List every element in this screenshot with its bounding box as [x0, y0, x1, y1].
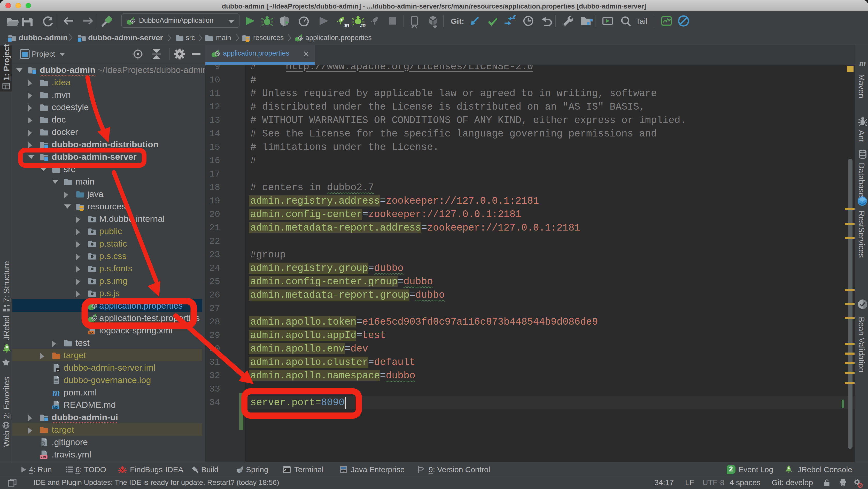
- svg-text:EE: EE: [342, 470, 345, 473]
- svg-text:JR: JR: [344, 23, 349, 28]
- svg-text:JR: JR: [360, 23, 366, 28]
- svg-text:m: m: [859, 58, 866, 68]
- svg-text:Tail: Tail: [636, 17, 647, 25]
- svg-text:Git:: Git:: [451, 17, 464, 25]
